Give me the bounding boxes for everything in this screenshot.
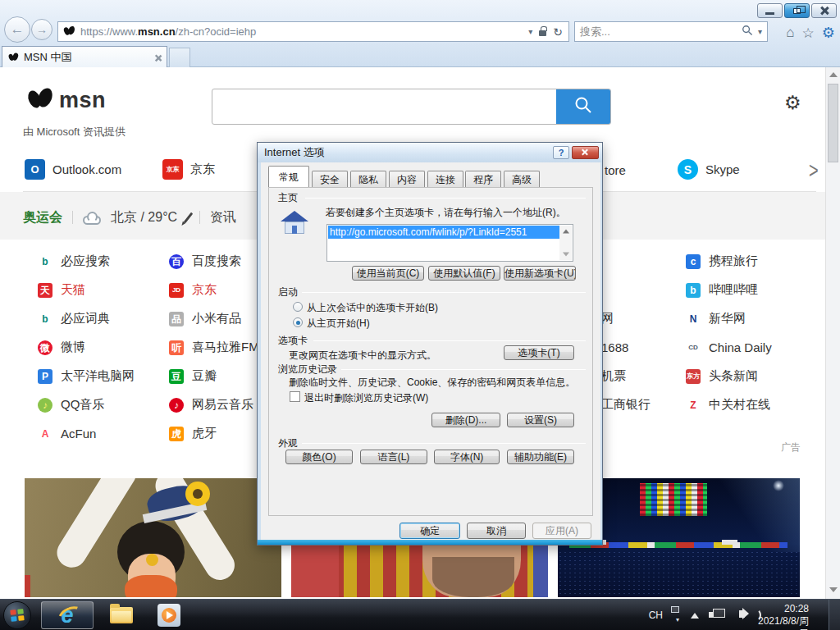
tmall-link[interactable]: 天天猫 [38, 276, 135, 304]
ximalaya-link[interactable]: 听喜马拉雅FM [169, 333, 259, 362]
xinhua-link[interactable]: N新华网 [686, 304, 772, 333]
new-tab-button[interactable] [169, 48, 190, 67]
favorites-star-icon[interactable]: ☆ [802, 25, 815, 42]
page-search-button[interactable] [556, 89, 610, 124]
jd-link[interactable]: JD京东 [169, 276, 259, 304]
taskbar-ie-button[interactable]: e [41, 601, 94, 629]
keyboard-layout-icon[interactable] [671, 606, 679, 613]
tabs-button[interactable]: 选项卡(T) [504, 345, 574, 360]
radio-label[interactable]: 从上次会话中的选项卡开始(B) [307, 301, 438, 315]
ctrip-link[interactable]: c携程旅行 [686, 247, 772, 276]
use-default-button[interactable]: 使用默认值(F) [428, 266, 500, 281]
dialog-titlebar[interactable]: Internet 选项 [258, 143, 602, 162]
toutiao-link[interactable]: 东方头条新闻 [686, 362, 772, 390]
refresh-icon[interactable]: ↻ [553, 25, 563, 39]
huya-link[interactable]: 虎虎牙 [169, 419, 259, 448]
msn-logo[interactable]: msn [25, 87, 106, 113]
tab-general[interactable]: 常规 [268, 166, 309, 187]
pconline-link[interactable]: P太平洋电脑网 [38, 362, 135, 390]
radio-label[interactable]: 从主页开始(H) [307, 317, 370, 331]
ok-button[interactable]: 确定 [399, 523, 460, 539]
accessibility-button[interactable]: 辅助功能(E) [507, 450, 574, 464]
weibo-link[interactable]: 微微博 [38, 333, 135, 362]
bilibili-link[interactable]: b哔哩哔哩 [686, 276, 772, 304]
weather-text[interactable]: 北京 / 29°C [111, 209, 177, 226]
forward-button[interactable]: → [31, 19, 52, 40]
dialog-close-button[interactable] [572, 146, 599, 159]
language-dropdown-icon[interactable]: ▾ [676, 616, 679, 623]
dialog-help-button[interactable]: ? [553, 146, 569, 159]
show-hidden-icons-button[interactable] [691, 613, 699, 619]
tab-advanced[interactable]: 高级 [504, 171, 540, 187]
textarea-scrollbar[interactable] [559, 226, 572, 260]
use-new-tab-button[interactable]: 使用新选项卡(U) [504, 266, 576, 281]
checkbox-label[interactable]: 退出时删除浏览历史记录(W) [304, 391, 428, 405]
cancel-button[interactable]: 取消 [467, 523, 526, 539]
jd-link[interactable]: 京东 京东 [162, 159, 215, 180]
scroll-thumb[interactable] [828, 84, 838, 162]
douban-link[interactable]: 豆豆瓣 [169, 362, 259, 390]
skype-link[interactable]: S Skype [678, 159, 740, 180]
address-bar[interactable]: https://www.msn.cn/zh-cn?ocid=iehp ▾ ↻ [57, 21, 569, 42]
start-with-home-radio[interactable] [293, 317, 303, 327]
show-desktop-button[interactable] [829, 600, 840, 630]
baidu-link[interactable]: 百百度搜索 [169, 247, 259, 276]
nav-olympics[interactable]: 奥运会 [23, 209, 62, 226]
network-icon[interactable] [713, 609, 725, 618]
delete-history-on-exit-checkbox[interactable] [290, 391, 300, 402]
page-scrollbar[interactable] [825, 67, 840, 599]
page-settings-gear-icon[interactable]: ⚙ [784, 92, 801, 114]
link-fragment[interactable]: 1688 [601, 333, 651, 362]
back-button[interactable]: ← [4, 16, 30, 43]
acfun-link[interactable]: AAcFun [38, 419, 135, 448]
close-button[interactable] [811, 3, 837, 18]
colors-button[interactable]: 颜色(O) [285, 450, 353, 464]
volume-icon[interactable] [739, 610, 745, 618]
netease-music-link[interactable]: ♪网易云音乐 [169, 390, 259, 419]
nav-news[interactable]: 资讯 [210, 209, 236, 226]
languages-button[interactable]: 语言(L) [360, 450, 427, 464]
restore-button[interactable] [784, 3, 810, 18]
tab-programs[interactable]: 程序 [465, 171, 501, 187]
chevron-right-icon[interactable]: > [809, 157, 819, 183]
link-fragment[interactable]: 机票 [601, 362, 651, 390]
homepage-textarea[interactable]: http://go.microsoft.com/fwlink/p/?LinkId… [326, 224, 573, 262]
bing-dict-link[interactable]: b必应词典 [38, 304, 135, 333]
language-indicator[interactable]: CH [649, 609, 663, 621]
xiaomi-youpin-link[interactable]: 品小米有品 [169, 304, 259, 333]
link-fragment[interactable]: 网 [601, 304, 651, 333]
home-icon[interactable]: ⌂ [786, 25, 794, 41]
scroll-down-icon[interactable] [563, 253, 569, 257]
search-bar[interactable]: 搜索... ▾ [574, 21, 768, 42]
start-button[interactable] [3, 601, 31, 629]
delete-button[interactable]: 删除(D)... [431, 413, 500, 427]
store-link-fragment[interactable]: tore [605, 163, 626, 177]
page-search-input[interactable] [212, 89, 611, 125]
news-photo-shooter[interactable] [25, 478, 281, 597]
link-fragment[interactable]: 工商银行 [601, 390, 651, 419]
china-daily-link[interactable]: CDChina Daily [686, 333, 772, 362]
tab-close-icon[interactable] [154, 54, 161, 61]
tab-privacy[interactable]: 隐私 [350, 171, 386, 187]
search-icon[interactable] [742, 25, 753, 39]
address-dropdown-icon[interactable]: ▾ [528, 27, 532, 36]
fonts-button[interactable]: 字体(N) [434, 450, 500, 464]
minimize-button[interactable] [757, 3, 783, 18]
tab-msn[interactable]: MSN 中国 [2, 46, 167, 67]
zol-link[interactable]: Z中关村在线 [686, 390, 772, 419]
taskbar-media-player-button[interactable] [148, 601, 190, 629]
settings-button[interactable]: 设置(S) [507, 413, 574, 427]
scroll-up-icon[interactable] [829, 72, 838, 77]
search-dropdown-icon[interactable]: ▾ [758, 27, 762, 36]
scroll-down-icon[interactable] [829, 587, 838, 592]
tab-security[interactable]: 安全 [312, 171, 348, 187]
tab-connections[interactable]: 连接 [427, 171, 463, 187]
use-current-button[interactable]: 使用当前页(C) [352, 266, 424, 281]
scroll-up-icon[interactable] [563, 230, 569, 234]
start-with-last-session-radio[interactable] [293, 302, 303, 312]
taskbar-explorer-button[interactable] [100, 601, 143, 629]
tools-gear-icon[interactable]: ⚙ [822, 24, 835, 42]
tab-content[interactable]: 内容 [389, 171, 425, 187]
bing-search-link[interactable]: b必应搜索 [38, 247, 135, 276]
edit-pencil-icon[interactable] [184, 212, 194, 223]
